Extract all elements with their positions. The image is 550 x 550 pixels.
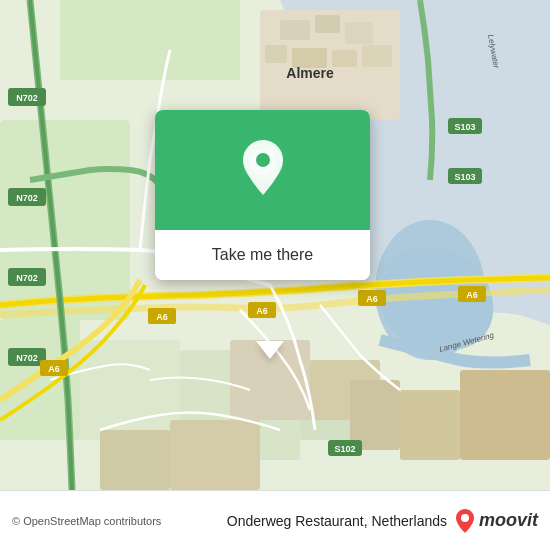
svg-rect-17 [280,20,310,40]
svg-text:S103: S103 [454,122,475,132]
location-popup: Take me there [155,110,370,280]
svg-rect-20 [265,45,287,63]
svg-rect-15 [100,430,170,490]
svg-point-54 [256,153,270,167]
copyright-text: © OpenStreetMap contributors [12,515,219,527]
take-me-there-button[interactable]: Take me there [155,230,370,280]
svg-text:S103: S103 [454,172,475,182]
svg-text:N702: N702 [16,93,38,103]
svg-rect-11 [350,380,400,450]
moovit-pin-icon [455,509,475,533]
svg-rect-18 [315,15,340,33]
svg-text:N702: N702 [16,193,38,203]
svg-point-55 [461,514,469,522]
svg-rect-2 [0,120,130,320]
svg-rect-23 [362,45,392,67]
svg-text:A6: A6 [366,294,378,304]
svg-text:A6: A6 [156,312,168,322]
svg-text:A6: A6 [48,364,60,374]
svg-rect-22 [332,50,357,67]
svg-text:N702: N702 [16,273,38,283]
svg-rect-13 [460,370,550,460]
svg-rect-8 [60,0,240,80]
svg-text:Almere: Almere [286,65,334,81]
svg-rect-19 [345,22,373,44]
svg-rect-4 [80,340,180,440]
svg-rect-12 [400,390,460,460]
bottom-bar: © OpenStreetMap contributors Onderweg Re… [0,490,550,550]
location-name: Onderweg Restaurant, Netherlands [227,513,447,529]
moovit-brand-text: moovit [479,510,538,531]
svg-text:A6: A6 [466,290,478,300]
svg-text:N702: N702 [16,353,38,363]
svg-text:S102: S102 [334,444,355,454]
popup-header [155,110,370,230]
map-container: N702 N702 N702 N702 A6 A6 A6 A6 A6 S103 … [0,0,550,490]
popup-tail [256,341,284,359]
svg-rect-14 [170,420,260,490]
moovit-logo: moovit [455,509,538,533]
svg-text:A6: A6 [256,306,268,316]
location-pin-icon [238,140,288,200]
